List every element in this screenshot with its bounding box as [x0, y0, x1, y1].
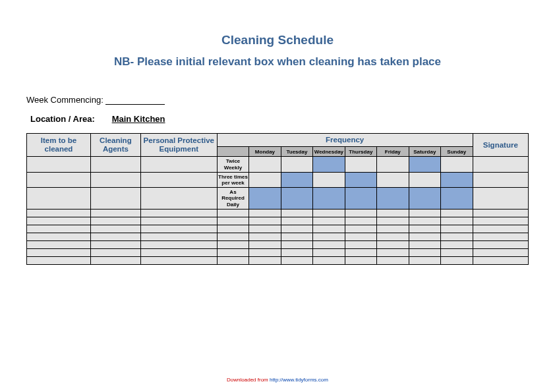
cell[interactable]	[217, 209, 248, 217]
cell[interactable]	[140, 233, 217, 240]
cell[interactable]	[377, 256, 409, 264]
cell[interactable]	[441, 217, 473, 225]
cell[interactable]	[217, 225, 248, 233]
day-cell[interactable]	[377, 188, 409, 210]
cell[interactable]	[313, 240, 345, 248]
cell[interactable]	[217, 233, 248, 240]
cell[interactable]	[140, 188, 217, 210]
day-cell[interactable]	[441, 157, 473, 172]
day-cell[interactable]	[281, 172, 312, 187]
cell[interactable]	[281, 256, 312, 264]
cell[interactable]	[377, 248, 409, 256]
cell[interactable]	[281, 209, 312, 217]
cell[interactable]	[473, 225, 528, 233]
day-cell[interactable]	[409, 188, 440, 210]
cell[interactable]	[473, 233, 528, 240]
day-cell[interactable]	[409, 157, 440, 172]
day-cell[interactable]	[345, 172, 376, 187]
cell[interactable]	[140, 217, 217, 225]
cell[interactable]	[377, 233, 409, 240]
cell[interactable]	[140, 248, 217, 256]
cell[interactable]	[473, 209, 528, 217]
cell[interactable]	[27, 172, 91, 187]
cell[interactable]	[409, 233, 440, 240]
cell[interactable]	[409, 217, 440, 225]
cell[interactable]	[140, 240, 217, 248]
cell[interactable]	[217, 256, 248, 264]
cell[interactable]	[377, 217, 409, 225]
cell[interactable]	[409, 248, 440, 256]
signature-cell[interactable]	[473, 172, 528, 187]
cell[interactable]	[217, 248, 248, 256]
cell[interactable]	[27, 188, 91, 210]
cell[interactable]	[473, 240, 528, 248]
day-cell[interactable]	[441, 188, 473, 210]
cell[interactable]	[249, 248, 281, 256]
week-commencing-field[interactable]	[105, 96, 165, 105]
cell[interactable]	[473, 248, 528, 256]
cell[interactable]	[441, 240, 473, 248]
cell[interactable]	[377, 209, 409, 217]
cell[interactable]	[345, 209, 376, 217]
cell[interactable]	[140, 225, 217, 233]
day-cell[interactable]	[313, 157, 345, 172]
cell[interactable]	[281, 233, 312, 240]
cell[interactable]	[441, 256, 473, 264]
cell[interactable]	[473, 217, 528, 225]
cell[interactable]	[249, 217, 281, 225]
cell[interactable]	[313, 233, 345, 240]
day-cell[interactable]	[377, 172, 409, 187]
cell[interactable]	[249, 225, 281, 233]
cell[interactable]	[473, 256, 528, 264]
cell[interactable]	[409, 240, 440, 248]
cell[interactable]	[313, 217, 345, 225]
day-cell[interactable]	[377, 157, 409, 172]
cell[interactable]	[345, 225, 376, 233]
cell[interactable]	[313, 248, 345, 256]
cell[interactable]	[249, 240, 281, 248]
cell[interactable]	[140, 172, 217, 187]
cell[interactable]	[90, 172, 140, 187]
day-cell[interactable]	[345, 157, 376, 172]
cell[interactable]	[409, 209, 440, 217]
day-cell[interactable]	[345, 188, 376, 210]
cell[interactable]	[217, 217, 248, 225]
cell[interactable]	[217, 240, 248, 248]
day-cell[interactable]	[409, 172, 440, 187]
cell[interactable]	[409, 225, 440, 233]
day-cell[interactable]	[281, 188, 312, 210]
cell[interactable]	[377, 240, 409, 248]
cell[interactable]	[313, 225, 345, 233]
cell[interactable]	[441, 233, 473, 240]
cell[interactable]	[313, 209, 345, 217]
day-cell[interactable]	[313, 172, 345, 187]
cell[interactable]	[90, 248, 140, 256]
day-cell[interactable]	[249, 157, 281, 172]
footer-link[interactable]: http://www.tidyforms.com	[270, 377, 328, 383]
cell[interactable]	[27, 217, 91, 225]
cell[interactable]	[345, 233, 376, 240]
cell[interactable]	[345, 256, 376, 264]
cell[interactable]	[249, 233, 281, 240]
cell[interactable]	[140, 256, 217, 264]
cell[interactable]	[27, 209, 91, 217]
cell[interactable]	[377, 225, 409, 233]
cell[interactable]	[281, 217, 312, 225]
cell[interactable]	[441, 225, 473, 233]
cell[interactable]	[281, 248, 312, 256]
signature-cell[interactable]	[473, 157, 528, 172]
cell[interactable]	[27, 240, 91, 248]
cell[interactable]	[27, 256, 91, 264]
cell[interactable]	[281, 240, 312, 248]
cell[interactable]	[90, 217, 140, 225]
cell[interactable]	[345, 240, 376, 248]
cell[interactable]	[27, 157, 91, 172]
cell[interactable]	[345, 248, 376, 256]
cell[interactable]	[140, 157, 217, 172]
cell[interactable]	[345, 217, 376, 225]
cell[interactable]	[409, 256, 440, 264]
cell[interactable]	[140, 209, 217, 217]
cell[interactable]	[441, 248, 473, 256]
day-cell[interactable]	[249, 172, 281, 187]
cell[interactable]	[313, 256, 345, 264]
